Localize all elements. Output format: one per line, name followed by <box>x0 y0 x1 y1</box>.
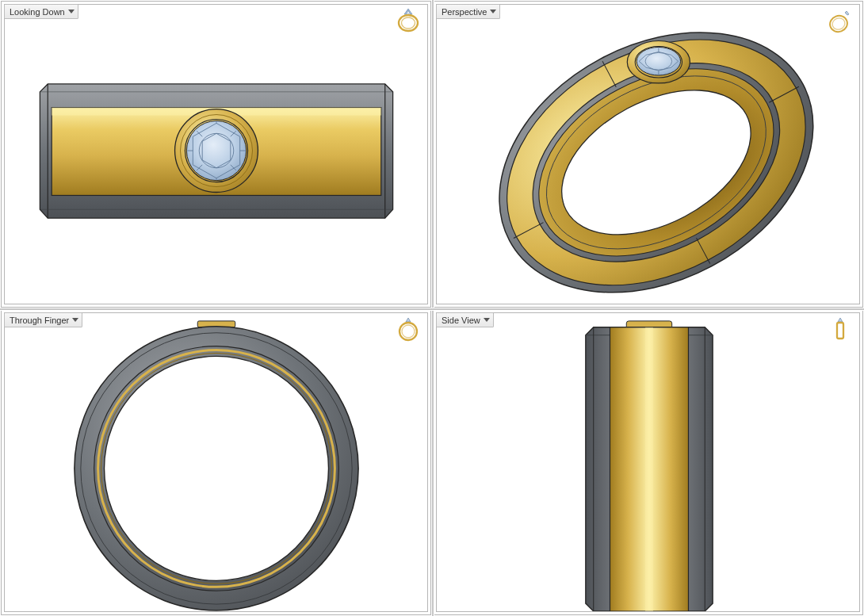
viewport-looking-down[interactable]: Looking Down <box>0 0 432 308</box>
scene-looking-down <box>0 0 432 308</box>
svg-rect-68 <box>645 327 653 611</box>
view-label-text: Perspective <box>442 7 487 17</box>
viewport-through-finger[interactable]: Through Finger <box>0 308 432 616</box>
orientation-icon[interactable] <box>396 8 421 33</box>
view-label-button[interactable]: Side View <box>436 312 494 327</box>
chevron-down-icon <box>72 318 78 322</box>
view-label-text: Looking Down <box>10 7 65 17</box>
viewport-side-view[interactable]: Side View <box>432 308 864 616</box>
scene-through-finger <box>0 308 432 616</box>
view-label-button[interactable]: Looking Down <box>4 4 78 19</box>
svg-point-14 <box>186 121 246 180</box>
view-label-text: Side View <box>442 316 480 325</box>
scene-perspective <box>432 0 864 308</box>
svg-marker-60 <box>838 318 843 322</box>
chevron-down-icon <box>484 318 490 322</box>
view-label-text: Through Finger <box>10 316 69 325</box>
svg-point-59 <box>104 356 328 580</box>
view-label-button[interactable]: Perspective <box>436 4 500 19</box>
orientation-icon[interactable] <box>828 8 853 33</box>
orientation-icon[interactable] <box>828 316 853 342</box>
svg-marker-31 <box>845 11 849 15</box>
chevron-down-icon <box>490 10 496 13</box>
viewport-perspective[interactable]: Perspective <box>432 0 864 308</box>
orientation-icon[interactable] <box>396 316 421 342</box>
svg-point-32 <box>828 13 850 33</box>
svg-rect-61 <box>837 323 843 339</box>
svg-marker-50 <box>406 318 411 322</box>
svg-point-52 <box>402 325 415 338</box>
chevron-down-icon <box>68 10 75 13</box>
view-label-button[interactable]: Through Finger <box>4 312 82 327</box>
viewport-divider-horizontal[interactable] <box>0 308 864 311</box>
scene-side-view <box>432 308 864 616</box>
svg-point-3 <box>402 17 415 29</box>
